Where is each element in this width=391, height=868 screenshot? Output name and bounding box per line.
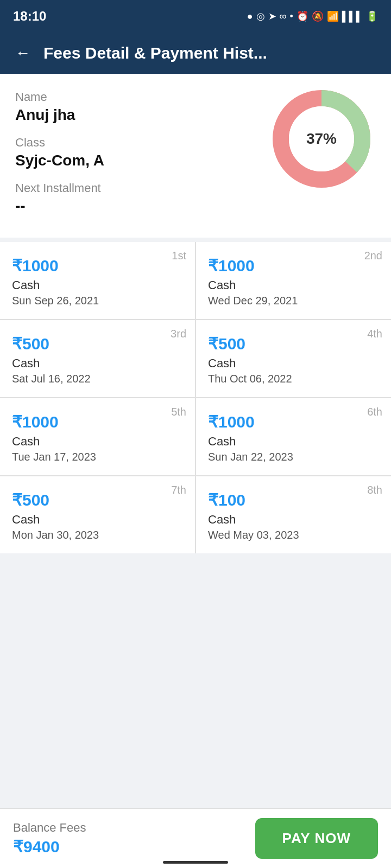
balance-amount: ₹9400: [13, 837, 244, 856]
payment-date-7: Mon Jan 30, 2023: [12, 529, 183, 541]
payment-amount-3: ₹500: [12, 334, 183, 353]
installment-label-4: 4th: [367, 328, 382, 340]
status-icons: ● ◎ ➤ ∞ • ⏰ 🔕 📶 ▌▌▌ 🔋: [247, 10, 378, 22]
payment-date-8: Wed May 03, 2023: [208, 529, 379, 541]
installment-label-3: 3rd: [171, 328, 186, 340]
installment-label-5: 5th: [171, 406, 186, 418]
payment-card-7: 7th ₹500 Cash Mon Jan 30, 2023: [0, 476, 195, 553]
payment-date-6: Sun Jan 22, 2023: [208, 451, 379, 463]
payments-grid: 1st ₹1000 Cash Sun Sep 26, 2021 2nd ₹100…: [0, 242, 391, 553]
payment-amount-1: ₹1000: [12, 256, 183, 275]
fee-chart: 37%: [267, 85, 376, 193]
signal-icon: ●: [247, 11, 253, 22]
payment-card-4: 4th ₹500 Cash Thu Oct 06, 2022: [196, 320, 391, 397]
pay-now-button[interactable]: PAY NOW: [255, 818, 378, 859]
payment-amount-2: ₹1000: [208, 256, 379, 275]
payment-card-8: 8th ₹100 Cash Wed May 03, 2023: [196, 476, 391, 553]
balance-section: Balance Fees ₹9400: [13, 821, 244, 856]
payment-card-6: 6th ₹1000 Cash Sun Jan 22, 2023: [196, 398, 391, 475]
wifi-icon: 📶: [327, 10, 339, 22]
installment-label-7: 7th: [171, 484, 186, 496]
payment-date-4: Thu Oct 06, 2022: [208, 373, 379, 385]
payment-date-3: Sat Jul 16, 2022: [12, 373, 183, 385]
battery-icon: 🔋: [366, 10, 378, 22]
status-time: 18:10: [13, 9, 46, 24]
payment-date-2: Wed Dec 29, 2021: [208, 295, 379, 307]
page-title: Fees Detail & Payment Hist...: [43, 44, 378, 62]
payment-method-6: Cash: [208, 435, 379, 449]
chart-percent-text: 37%: [306, 130, 337, 148]
payment-method-5: Cash: [12, 435, 183, 449]
payment-amount-4: ₹500: [208, 334, 379, 353]
installment-label-8: 8th: [367, 484, 382, 496]
payment-amount-5: ₹1000: [12, 412, 183, 431]
balance-label: Balance Fees: [13, 821, 244, 835]
payment-card-3: 3rd ₹500 Cash Sat Jul 16, 2022: [0, 320, 195, 397]
payment-date-1: Sun Sep 26, 2021: [12, 295, 183, 307]
student-name: Anuj jha: [15, 106, 267, 124]
class-label: Class: [15, 136, 267, 150]
status-bar: 18:10 ● ◎ ➤ ∞ • ⏰ 🔕 📶 ▌▌▌ 🔋: [0, 0, 391, 33]
installment-label: Next Installment: [15, 181, 267, 195]
dot-icon: •: [289, 11, 293, 22]
next-installment: --: [15, 197, 267, 215]
payment-method-7: Cash: [12, 513, 183, 527]
installment-label-1: 1st: [172, 250, 186, 262]
cellular-icon: ▌▌▌: [342, 11, 363, 22]
installment-label-6: 6th: [367, 406, 382, 418]
infinity-icon: ∞: [280, 11, 287, 22]
payment-method-1: Cash: [12, 278, 183, 292]
bottom-bar: Balance Fees ₹9400 PAY NOW: [0, 808, 391, 868]
payment-amount-8: ₹100: [208, 490, 379, 509]
student-class: Syjc-Com, A: [15, 152, 267, 169]
back-button[interactable]: ←: [13, 42, 33, 64]
app-header: ← Fees Detail & Payment Hist...: [0, 33, 391, 74]
installment-label-2: 2nd: [364, 250, 382, 262]
payment-method-2: Cash: [208, 278, 379, 292]
payment-card-5: 5th ₹1000 Cash Tue Jan 17, 2023: [0, 398, 195, 475]
payment-method-4: Cash: [208, 356, 379, 371]
home-indicator: [163, 861, 228, 864]
payment-amount-6: ₹1000: [208, 412, 379, 431]
payment-amount-7: ₹500: [12, 490, 183, 509]
mute-icon: 🔕: [312, 10, 324, 22]
alarm-icon: ⏰: [297, 10, 308, 22]
payment-method-3: Cash: [12, 356, 183, 371]
location-icon: ➤: [268, 10, 276, 22]
whatsapp-icon: ◎: [256, 10, 265, 22]
profile-card: Name Anuj jha Class Syjc-Com, A Next Ins…: [0, 74, 391, 241]
payment-method-8: Cash: [208, 513, 379, 527]
payment-card-2: 2nd ₹1000 Cash Wed Dec 29, 2021: [196, 242, 391, 319]
name-label: Name: [15, 90, 267, 104]
profile-info: Name Anuj jha Class Syjc-Com, A Next Ins…: [15, 90, 267, 227]
payment-card-1: 1st ₹1000 Cash Sun Sep 26, 2021: [0, 242, 195, 319]
payment-date-5: Tue Jan 17, 2023: [12, 451, 183, 463]
